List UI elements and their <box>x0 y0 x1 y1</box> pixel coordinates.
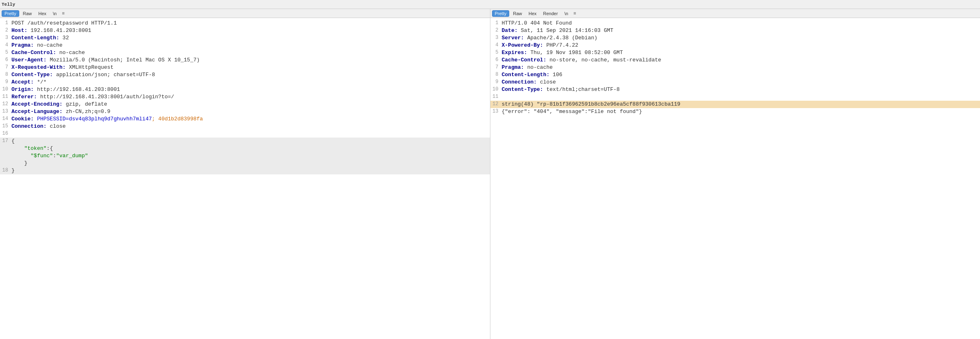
left-line-7: 7 X-Requested-With: XMLHttpRequest <box>0 64 490 71</box>
left-line-10: 10 Origin: http://192.168.41.203:8001 <box>0 86 490 93</box>
left-panel: Pretty Raw Hex \n ≡ 1 POST /auth/resetpa… <box>0 9 490 339</box>
left-line-body2: "$func":"var_dump" <box>0 152 490 160</box>
left-line-5: 5 Cache-Control: no-cache <box>0 49 490 56</box>
right-toolbar: Pretty Raw Hex Render \n ≡ <box>490 9 980 18</box>
right-line-12: 12 string(48) "rp-81b1f36962591b8cb2e96e… <box>490 101 980 108</box>
right-line-10: 10 Content-Type: text/html;charset=UTF-8 <box>490 86 980 93</box>
right-line-6: 6 Cache-Control: no-store, no-cache, mus… <box>490 56 980 64</box>
left-content: 1 POST /auth/resetpassword HTTP/1.1 2 Ho… <box>0 18 490 339</box>
right-newline-btn[interactable]: \n <box>562 10 571 17</box>
right-line-9: 9 Connection: close <box>490 79 980 86</box>
right-line-3: 3 Server: Apache/2.4.38 (Debian) <box>490 34 980 42</box>
left-line-15: 15 Connection: close <box>0 123 490 130</box>
right-line-7: 7 Pragma: no-cache <box>490 64 980 71</box>
right-line-1: 1 HTTP/1.0 404 Not Found <box>490 20 980 27</box>
left-line-9: 9 Accept: */* <box>0 79 490 86</box>
top-bar: Telly <box>0 0 980 9</box>
right-raw-btn[interactable]: Raw <box>510 10 525 17</box>
left-line-16: 16 <box>0 130 490 138</box>
left-line-13: 13 Accept-Language: zh-CN,zh;q=0.9 <box>0 108 490 115</box>
right-line-13: 13 {"error": "404", "message":"File not … <box>490 108 980 115</box>
left-toolbar: Pretty Raw Hex \n ≡ <box>0 9 490 18</box>
right-menu-icon[interactable]: ≡ <box>572 11 578 16</box>
left-line-12: 12 Accept-Encoding: gzip, deflate <box>0 101 490 108</box>
app-title: Telly <box>2 2 15 7</box>
right-line-11: 11 <box>490 93 980 101</box>
right-line-5: 5 Expires: Thu, 19 Nov 1981 08:52:00 GMT <box>490 49 980 56</box>
left-line-4: 4 Pragma: no-cache <box>0 42 490 49</box>
right-line-8: 8 Content-Length: 106 <box>490 71 980 79</box>
left-line-11: 11 Referer: http://192.168.41.203:8001/a… <box>0 93 490 101</box>
left-line-3: 3 Content-Length: 32 <box>0 34 490 42</box>
left-pretty-btn[interactable]: Pretty <box>2 10 19 17</box>
left-line-6: 6 User-Agent: Mozilla/5.0 (Macintosh; In… <box>0 56 490 64</box>
left-line-8: 8 Content-Type: application/json; charse… <box>0 71 490 79</box>
left-menu-icon[interactable]: ≡ <box>61 11 67 16</box>
right-pretty-btn[interactable]: Pretty <box>492 10 510 17</box>
right-panel: Pretty Raw Hex Render \n ≡ 1 HTTP/1.0 40… <box>490 9 980 339</box>
left-newline-btn[interactable]: \n <box>50 10 59 17</box>
left-raw-btn[interactable]: Raw <box>20 10 35 17</box>
left-line-body3: } <box>0 160 490 167</box>
right-line-2: 2 Date: Sat, 11 Sep 2021 14:16:03 GMT <box>490 27 980 34</box>
left-line-1: 1 POST /auth/resetpassword HTTP/1.1 <box>0 20 490 27</box>
left-line-2: 2 Host: 192.168.41.203:8001 <box>0 27 490 34</box>
left-line-body1: "token":{ <box>0 145 490 152</box>
right-line-4: 4 X-Powered-By: PHP/7.4.22 <box>490 42 980 49</box>
right-hex-btn[interactable]: Hex <box>526 10 539 17</box>
left-line-18: 18 } <box>0 167 490 174</box>
right-content: 1 HTTP/1.0 404 Not Found 2 Date: Sat, 11… <box>490 18 980 339</box>
left-hex-btn[interactable]: Hex <box>36 10 49 17</box>
left-line-14: 14 Cookie: PHPSESSID=dsv4q83plhq9d7ghuvh… <box>0 115 490 123</box>
right-render-btn[interactable]: Render <box>540 10 561 17</box>
left-line-17: 17 { <box>0 138 490 145</box>
